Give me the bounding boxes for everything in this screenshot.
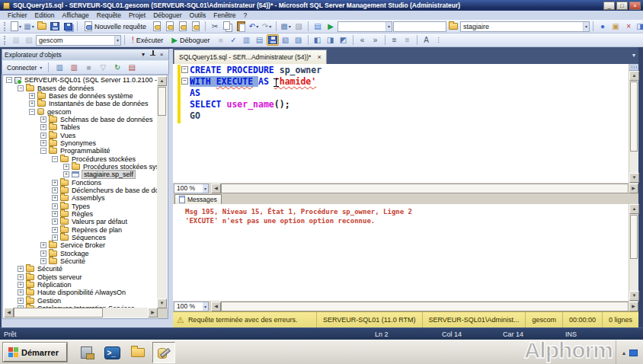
tab-list-dropdown-icon[interactable]: ▾ [632,52,635,59]
tree-item-22[interactable]: +Stockage [4,250,158,257]
code-editor[interactable]: − − CREATE PROCEDURE sp_ownerWITH EXECUT… [173,64,638,183]
toolbar-overflow-button[interactable]: ⋮ [433,37,444,43]
collapse-icon[interactable]: − [40,148,46,154]
scrollbar-thumb[interactable] [221,184,629,193]
expand-icon[interactable]: + [52,195,58,201]
expand-icon[interactable]: + [63,171,69,177]
scroll-down-icon[interactable]: ▼ [157,299,167,308]
tree-item-21[interactable]: +Service Broker [4,241,158,249]
scroll-left-icon[interactable]: ◀ [4,308,14,318]
taskbar-powershell-icon[interactable] [102,343,122,362]
font-size-icon[interactable]: A [421,34,433,46]
tree-item-14[interactable]: +Déclencheurs de base de données [4,187,158,194]
chevron-down-icon[interactable]: ▾ [385,22,392,31]
expand-icon[interactable]: + [40,258,46,264]
scrollbar-thumb[interactable] [158,87,166,116]
paste-icon[interactable] [235,21,247,32]
new-xmla-query-icon[interactable] [190,21,202,32]
menu-item-4[interactable]: Projet [125,11,149,19]
results-to-grid-icon[interactable]: ◨ [325,34,337,46]
menu-item-0[interactable]: Fichier [4,11,31,19]
taskbar-ssms-icon[interactable] [152,342,175,363]
refresh-icon[interactable]: ↻ [111,62,123,73]
increase-indent-icon[interactable]: » [369,34,382,46]
include-estimated-plan-icon[interactable]: ▤ [254,34,266,46]
object-search-icon[interactable]: ● [597,21,609,32]
toolbar-search-field[interactable] [393,21,446,32]
change-connection-icon[interactable]: ▧ [23,34,35,46]
menu-item-8[interactable]: ? [240,11,251,19]
tree-item-10[interactable]: −Procédures stockées [4,155,158,162]
new-database-engine-query-icon[interactable] [151,21,163,32]
expand-icon[interactable]: + [40,140,46,146]
tree-item-13[interactable]: +Fonctions [4,178,158,186]
expand-icon[interactable]: + [40,242,46,248]
tree-item-1[interactable]: −Bases de données [4,84,158,91]
menu-item-2[interactable]: Affichage [59,11,93,19]
outline-collapse-icon[interactable]: − [181,66,188,73]
tree-item-15[interactable]: +Assemblys [4,194,158,202]
tree-item-9[interactable]: −Programmabilité [4,147,158,155]
tree-item-18[interactable]: +Valeurs par défaut [4,218,158,225]
close-button[interactable]: × [629,2,641,10]
scroll-right-icon[interactable]: ▶ [629,184,638,193]
menu-item-6[interactable]: Outils [186,11,210,19]
editor-vertical-scrollbar[interactable]: ▲ ▼ [629,64,638,183]
tree-item-20[interactable]: +Séquences [4,234,158,241]
expand-icon[interactable]: + [52,180,58,186]
tools-icon[interactable]: × [622,21,635,32]
script-icon[interactable]: ▤ [126,62,138,73]
scroll-up-icon[interactable]: ▲ [629,204,639,214]
tree-item-4[interactable]: −gescom [4,107,158,115]
stop-icon[interactable]: ■ [82,62,94,73]
connect-object-explorer-icon[interactable]: ▦▾ [23,21,35,32]
scroll-left-icon[interactable]: ◀ [211,184,221,193]
expand-icon[interactable]: + [18,274,24,280]
collapse-icon[interactable]: − [6,77,12,83]
tree-item-8[interactable]: +Synonymes [4,139,158,147]
chevron-down-icon[interactable]: ▾ [114,36,120,45]
scroll-right-icon[interactable]: ▶ [148,308,158,318]
results-to-text-icon[interactable]: ◧ [312,34,324,46]
new-mdx-query-icon[interactable] [177,21,189,32]
expand-icon[interactable]: + [52,235,58,241]
tree-item-16[interactable]: +Types [4,203,158,210]
decrease-indent-icon[interactable]: « [357,34,369,46]
collapse-icon[interactable]: − [52,156,58,162]
scroll-right-icon[interactable]: ▶ [629,302,638,311]
template-explorer-icon[interactable]: ▣ [609,21,622,32]
copy-icon[interactable] [222,21,234,32]
tree-item-6[interactable]: +Tables [4,123,158,131]
expand-icon[interactable]: + [52,211,58,217]
tree-item-3[interactable]: +Instantanés de base de données [4,100,158,107]
expand-icon[interactable]: + [29,93,35,99]
tree-item-5[interactable]: +Schémas de base de données [4,116,158,123]
expand-icon[interactable]: + [18,289,24,295]
expand-icon[interactable]: + [40,117,46,123]
tree-item-17[interactable]: +Règles [4,210,158,218]
redo-icon[interactable]: ↷▾ [261,21,273,32]
login-combo[interactable]: stagiaire▾ [460,21,590,32]
expand-icon[interactable]: + [40,133,46,139]
results-to-file-icon[interactable]: ◩ [337,34,350,46]
available-databases-combo[interactable]: gescom▾ [36,35,121,46]
connect-button[interactable]: Connecter ▾ [5,64,43,72]
tab-messages[interactable]: Messages [174,194,222,204]
messages-horizontal-scrollbar[interactable]: ◀ ▶ [211,302,638,311]
collapse-icon[interactable]: − [29,109,35,115]
collapse-icon[interactable]: − [18,85,24,91]
include-client-statistics-icon[interactable]: ▧ [280,34,292,46]
scrollbar-thumb[interactable] [221,302,629,311]
taskbar-explorer-icon[interactable] [128,343,148,362]
start-button[interactable]: Démarrer [3,343,67,362]
filter-icon[interactable]: ▽ [97,62,109,73]
web-browser-icon[interactable]: ◨▾ [635,21,643,32]
tree-horizontal-scrollbar[interactable]: ◀ ▶ [4,308,158,318]
execute-button[interactable]: !Exécuter [128,34,167,46]
tree-item-12[interactable]: +stagiaire.sp_self [4,171,158,178]
open-file-icon[interactable] [36,21,48,32]
system-tray[interactable]: ▲ [616,340,643,364]
new-analysis-services-query-icon[interactable] [164,21,176,32]
query-options-icon[interactable]: ▨ [293,34,305,46]
tree-item-7[interactable]: +Vues [4,131,158,139]
